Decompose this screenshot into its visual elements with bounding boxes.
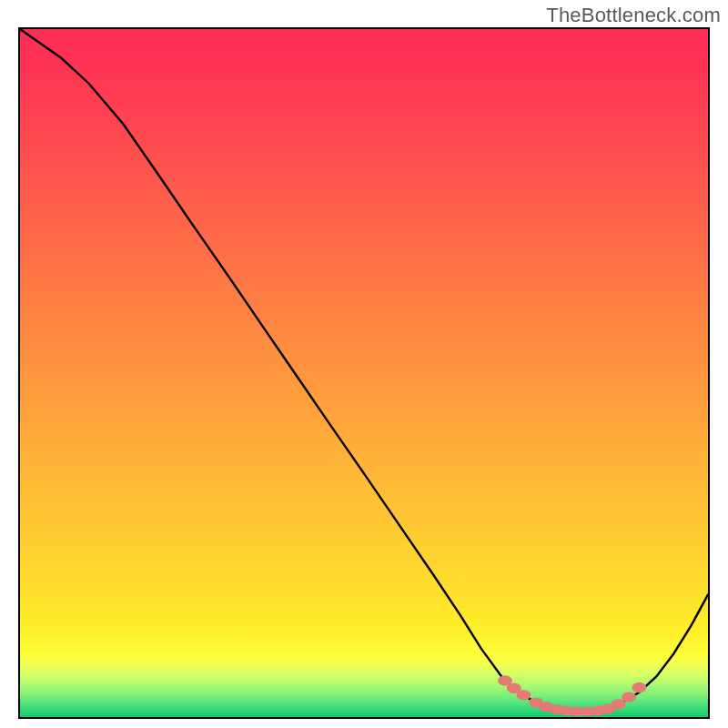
watermark-text: TheBottleneck.com [546, 4, 721, 27]
plot-area [18, 27, 710, 719]
curve-layer [20, 29, 708, 717]
bottleneck-curve [20, 29, 708, 712]
chart-frame: TheBottleneck.com [0, 0, 728, 728]
data-marker [632, 682, 646, 693]
data-marker [622, 692, 636, 702]
data-marker [516, 690, 531, 700]
data-markers [498, 675, 646, 716]
